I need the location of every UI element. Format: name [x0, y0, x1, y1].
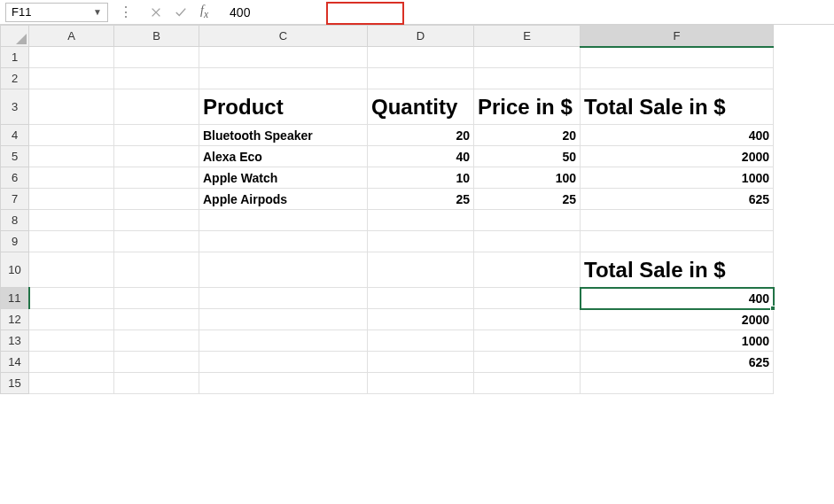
cell[interactable]: [474, 373, 581, 394]
cell[interactable]: [199, 210, 368, 231]
product-qty[interactable]: 40: [368, 146, 474, 167]
cell[interactable]: [114, 68, 199, 89]
cell[interactable]: [474, 330, 581, 352]
cell[interactable]: [29, 146, 114, 167]
product-qty[interactable]: 20: [368, 125, 474, 146]
cell[interactable]: [114, 231, 199, 252]
cell[interactable]: [114, 167, 199, 189]
cell[interactable]: [114, 210, 199, 231]
col-header-b[interactable]: B: [114, 26, 199, 47]
cell[interactable]: [474, 47, 581, 68]
product-name[interactable]: Bluetooth Speaker: [199, 125, 368, 146]
cell[interactable]: [474, 288, 581, 309]
cell[interactable]: [29, 373, 114, 394]
cell[interactable]: [29, 210, 114, 231]
header-total[interactable]: Total Sale in $: [581, 89, 774, 125]
formula-input[interactable]: [215, 3, 834, 22]
product-name[interactable]: Apple Airpods: [199, 189, 368, 210]
cell[interactable]: [368, 47, 474, 68]
cell[interactable]: [199, 231, 368, 252]
enter-button[interactable]: [168, 0, 193, 24]
cell[interactable]: [474, 68, 581, 89]
row-header-13[interactable]: 13: [1, 330, 29, 352]
spreadsheet[interactable]: A B C D E F 1 2 3 Product Quantity Price…: [0, 25, 834, 394]
cell[interactable]: [29, 352, 114, 373]
cell[interactable]: [199, 252, 368, 288]
cell[interactable]: [368, 288, 474, 309]
cell[interactable]: [368, 373, 474, 394]
cancel-button[interactable]: [144, 0, 168, 24]
cell[interactable]: [368, 330, 474, 352]
cell[interactable]: [114, 47, 199, 68]
cell[interactable]: [29, 68, 114, 89]
col-header-d[interactable]: D: [368, 26, 474, 47]
row-header-3[interactable]: 3: [1, 89, 29, 125]
cell[interactable]: [368, 210, 474, 231]
cell[interactable]: [114, 288, 199, 309]
cell[interactable]: [199, 330, 368, 352]
row-header-5[interactable]: 5: [1, 146, 29, 167]
cell[interactable]: [581, 47, 774, 68]
cell[interactable]: [581, 68, 774, 89]
row-header-15[interactable]: 15: [1, 373, 29, 394]
cell[interactable]: [114, 352, 199, 373]
cell[interactable]: [199, 352, 368, 373]
cell[interactable]: [29, 167, 114, 189]
cell[interactable]: [581, 231, 774, 252]
row-header-6[interactable]: 6: [1, 167, 29, 189]
header-quantity[interactable]: Quantity: [368, 89, 474, 125]
col-header-a[interactable]: A: [29, 26, 114, 47]
cell[interactable]: [199, 68, 368, 89]
cell[interactable]: [474, 352, 581, 373]
cell[interactable]: [581, 210, 774, 231]
row-header-11[interactable]: 11: [1, 288, 29, 309]
cell[interactable]: [114, 330, 199, 352]
cell[interactable]: [199, 47, 368, 68]
cell[interactable]: [114, 252, 199, 288]
product-qty[interactable]: 25: [368, 189, 474, 210]
product-price[interactable]: 100: [474, 167, 581, 189]
cell[interactable]: [114, 89, 199, 125]
cell[interactable]: [114, 309, 199, 330]
product-total[interactable]: 625: [581, 189, 774, 210]
col-header-f[interactable]: F: [581, 26, 774, 47]
selected-cell[interactable]: 400: [581, 288, 774, 309]
product-price[interactable]: 50: [474, 146, 581, 167]
cell[interactable]: [368, 352, 474, 373]
row-header-8[interactable]: 8: [1, 210, 29, 231]
row-header-10[interactable]: 10: [1, 252, 29, 288]
name-box[interactable]: F11 ▼: [5, 3, 108, 22]
cell[interactable]: [474, 231, 581, 252]
cell[interactable]: [199, 309, 368, 330]
header-price[interactable]: Price in $: [474, 89, 581, 125]
product-total[interactable]: 1000: [581, 167, 774, 189]
row-header-1[interactable]: 1: [1, 47, 29, 68]
cell[interactable]: [474, 252, 581, 288]
cell[interactable]: [368, 68, 474, 89]
col-header-c[interactable]: C: [199, 26, 368, 47]
cell[interactable]: [368, 252, 474, 288]
cell[interactable]: [114, 373, 199, 394]
fx-icon[interactable]: fx: [193, 4, 215, 20]
product-name[interactable]: Alexa Eco: [199, 146, 368, 167]
header-product[interactable]: Product: [199, 89, 368, 125]
total2-value[interactable]: 2000: [581, 309, 774, 330]
row-header-4[interactable]: 4: [1, 125, 29, 146]
row-header-14[interactable]: 14: [1, 352, 29, 373]
cell[interactable]: [368, 231, 474, 252]
product-total[interactable]: 400: [581, 125, 774, 146]
cell[interactable]: [114, 125, 199, 146]
total2-value[interactable]: 1000: [581, 330, 774, 352]
product-price[interactable]: 25: [474, 189, 581, 210]
cell[interactable]: [29, 189, 114, 210]
total2-value[interactable]: 625: [581, 352, 774, 373]
product-total[interactable]: 2000: [581, 146, 774, 167]
cell[interactable]: [29, 309, 114, 330]
cell[interactable]: [29, 330, 114, 352]
chevron-down-icon[interactable]: ▼: [93, 7, 102, 17]
cell[interactable]: [199, 373, 368, 394]
row-header-2[interactable]: 2: [1, 68, 29, 89]
row-header-9[interactable]: 9: [1, 231, 29, 252]
cell[interactable]: [581, 373, 774, 394]
cell[interactable]: [114, 189, 199, 210]
